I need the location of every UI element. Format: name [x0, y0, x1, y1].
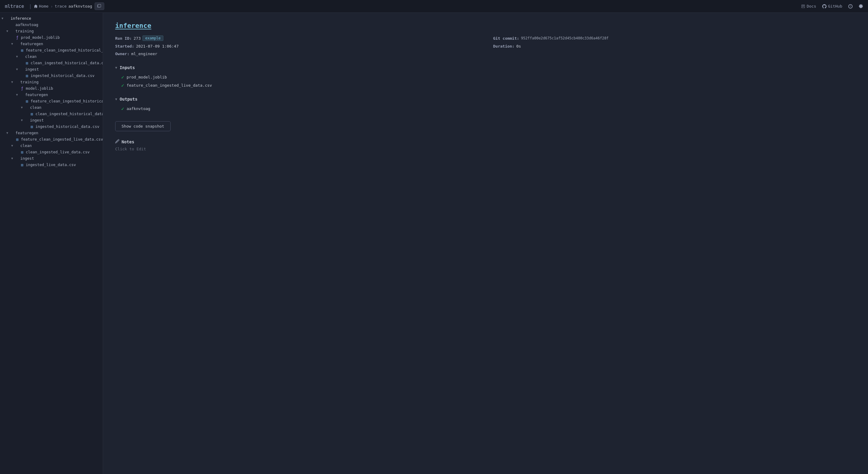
tree-chevron-icon: ▼ — [14, 68, 20, 71]
sidebar-item-ingested_historical_data-2[interactable]: ▤ingested_historical_data.csv — [0, 123, 103, 130]
duration-row: Duration: 0s — [493, 44, 859, 49]
tree-chevron-icon: ▼ — [10, 157, 14, 160]
tree-chevron-icon: ▼ — [0, 17, 5, 20]
breadcrumb: Home › trace aafknvtoag — [34, 4, 92, 9]
sidebar-item-clean-1[interactable]: ▼clean — [0, 53, 103, 60]
table-icon: ▤ — [20, 150, 25, 154]
run-tag-badge: example — [143, 35, 163, 41]
notes-edit-area[interactable]: Click to Edit — [115, 147, 859, 151]
input-name: prod_model.joblib — [127, 75, 167, 80]
tree-chevron-icon: ▼ — [20, 106, 24, 109]
table-icon: ▤ — [29, 125, 35, 129]
tree-label: model.joblib — [25, 86, 53, 91]
started-row: Started: 2021-07-09 1:06:47 — [115, 44, 481, 49]
tree-label: ingested_historical_data.csv — [35, 124, 99, 129]
sidebar-item-training-2[interactable]: ▼training — [0, 79, 103, 85]
home-icon[interactable]: Home — [34, 4, 49, 8]
output-name: aafknvtoag — [127, 106, 150, 111]
help-link[interactable] — [848, 4, 852, 8]
table-icon: ▤ — [14, 137, 20, 141]
sidebar-item-ingest-1[interactable]: ▼ingest — [0, 66, 103, 72]
tree-label: featuregen — [24, 92, 48, 97]
tree-label: feature_clean_ingested_historical_data.c… — [30, 99, 103, 103]
tree-label: clean — [24, 54, 37, 59]
inputs-chevron-icon: ▼ — [115, 66, 117, 70]
tree-label: aafknvtoag — [14, 23, 38, 27]
main-layout: ▼inferenceaafknvtoag▼trainingƒprod_model… — [0, 13, 868, 474]
table-icon: ▤ — [20, 48, 25, 53]
tree-chevron-icon: ▼ — [10, 144, 14, 147]
tree-label: training — [20, 80, 38, 84]
table-icon: ▤ — [24, 74, 30, 78]
notes-section: Notes Click to Edit — [115, 139, 859, 151]
input-item: ✓feature_clean_ingested_live_data.csv — [121, 81, 859, 89]
sidebar-item-feature_clean_ingested_historical_data-1[interactable]: ▤feature_clean_ingested_historical_data.… — [0, 47, 103, 53]
tree-label: ingested_historical_data.csv — [30, 73, 95, 78]
git-commit-value: 952ffa00e2d675c1af52d45cb400c33d6a46f28f — [521, 36, 609, 40]
tree-label: prod_model.joblib — [20, 35, 60, 40]
content-panel: inference Run ID: 273 example Git commit… — [103, 13, 868, 474]
tree-label: ingested_live_data.csv — [25, 162, 76, 167]
sidebar-item-model-joblib[interactable]: ƒmodel.joblib — [0, 85, 103, 92]
owner-value: ml_engineer — [131, 52, 157, 56]
started-label: Started: — [115, 44, 134, 49]
duration-label: Duration: — [493, 44, 514, 49]
tree-chevron-icon: ▼ — [10, 42, 14, 45]
input-item: ✓prod_model.joblib — [121, 73, 859, 81]
sidebar-item-clean_ingested_historical_data-1[interactable]: ▤clean_ingested_historical_data.csv — [0, 60, 103, 66]
owner-label: Owner: — [115, 52, 129, 56]
check-icon: ✓ — [121, 74, 124, 80]
table-icon: ▤ — [20, 163, 25, 167]
copy-button[interactable] — [95, 2, 104, 10]
input-name: feature_clean_ingested_live_data.csv — [127, 83, 212, 88]
topnav-right: Docs GitHub — [801, 4, 863, 8]
sidebar-item-clean_ingested_live_data[interactable]: ▤clean_ingested_live_data.csv — [0, 149, 103, 155]
tree-label: clean_ingested_historical_data.csv — [35, 112, 103, 116]
sidebar-item-aafknvtoag[interactable]: aafknvtoag — [0, 22, 103, 28]
tree-label: featuregen — [14, 131, 38, 135]
output-item: ✓aafknvtoag — [121, 104, 859, 113]
sidebar-item-prod_model-joblib-1[interactable]: ƒprod_model.joblib — [0, 34, 103, 41]
tree-label: clean_ingested_historical_data.csv — [30, 61, 103, 65]
outputs-body: ✓aafknvtoag — [115, 103, 859, 113]
tree-label: clean — [20, 144, 32, 148]
sidebar-item-training-1[interactable]: ▼training — [0, 28, 103, 34]
sidebar-item-featuregen-2[interactable]: ▼featuregen — [0, 92, 103, 98]
git-commit-row: Git commit: 952ffa00e2d675c1af52d45cb400… — [493, 35, 859, 41]
sidebar-item-clean-2[interactable]: ▼clean — [0, 104, 103, 110]
run-id-label: Run ID: — [115, 36, 132, 41]
table-icon: ▤ — [24, 61, 30, 65]
sidebar-item-ingested_live_data[interactable]: ▤ingested_live_data.csv — [0, 161, 103, 168]
notes-label: Notes — [122, 139, 134, 144]
inputs-section: ▼ Inputs ✓prod_model.joblib✓feature_clea… — [115, 63, 859, 89]
tree-label: ingest — [20, 156, 34, 161]
tree-label: featuregen — [20, 41, 43, 46]
sidebar-item-clean_ingested_historical_data-2[interactable]: ▤clean_ingested_historical_data.csv — [0, 110, 103, 117]
meta-grid: Run ID: 273 example Git commit: 952ffa00… — [115, 35, 859, 56]
sidebar-item-ingest-2[interactable]: ▼ingest — [0, 117, 103, 123]
git-commit-label: Git commit: — [493, 36, 519, 41]
sidebar-item-ingested_historical_data-1[interactable]: ▤ingested_historical_data.csv — [0, 72, 103, 79]
sidebar-item-ingest-3[interactable]: ▼ingest — [0, 155, 103, 161]
sidebar-item-clean-3[interactable]: ▼clean — [0, 143, 103, 149]
sidebar-item-featuregen-1[interactable]: ▼featuregen — [0, 41, 103, 47]
sidebar-item-feature_clean_ingested_historical_data-2[interactable]: ▤feature_clean_ingested_historical_data.… — [0, 98, 103, 104]
settings-link[interactable] — [859, 4, 863, 8]
breadcrumb-chevron: › — [50, 4, 53, 9]
notes-edit-icon — [115, 139, 119, 144]
docs-link[interactable]: Docs — [801, 4, 816, 8]
sidebar-item-feature_clean_ingested_live_data[interactable]: ▤feature_clean_ingested_live_data.csv — [0, 136, 103, 143]
github-link[interactable]: GitHub — [822, 4, 842, 8]
sidebar-item-featuregen-3[interactable]: ▼featuregen — [0, 130, 103, 136]
started-value: 2021-07-09 1:06:47 — [136, 44, 179, 49]
check-icon: ✓ — [121, 83, 124, 88]
show-code-snapshot-button[interactable]: Show code snapshot — [115, 121, 170, 131]
tree-label: feature_clean_ingested_live_data.csv — [20, 137, 103, 141]
tree-chevron-icon: ▼ — [5, 131, 10, 134]
outputs-section-header[interactable]: ▼ Outputs — [115, 95, 859, 103]
inputs-section-header[interactable]: ▼ Inputs — [115, 63, 859, 72]
sidebar: ▼inferenceaafknvtoag▼trainingƒprod_model… — [0, 13, 103, 474]
function-icon: ƒ — [20, 86, 25, 91]
breadcrumb-trace-id: aafknvtoag — [68, 4, 92, 8]
sidebar-item-inference-root[interactable]: ▼inference — [0, 15, 103, 22]
